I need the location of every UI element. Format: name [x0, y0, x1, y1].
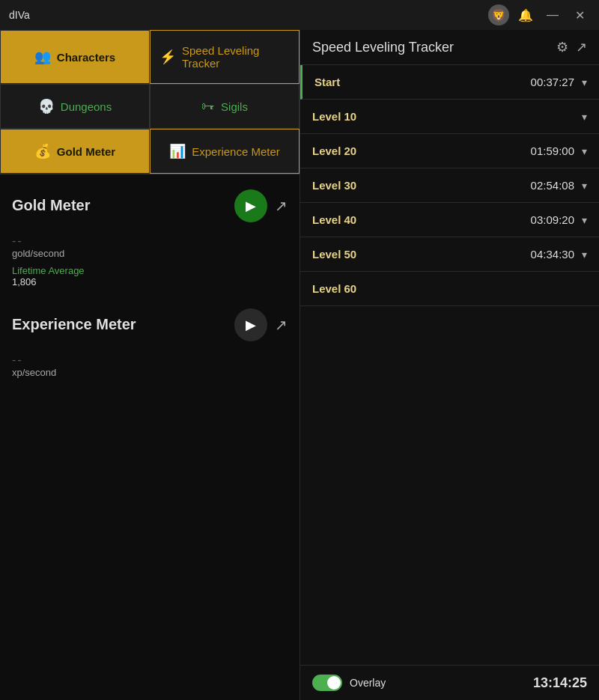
right-actions: ⚙ ↗	[556, 39, 587, 55]
experience-meter-icon: 📊	[169, 143, 186, 159]
tracker-label-level50: Level 50	[312, 248, 356, 261]
gold-lifetime-label: Lifetime Average	[12, 265, 288, 276]
dungeons-icon: 💀	[38, 98, 55, 115]
tracker-label-level40: Level 40	[312, 213, 356, 226]
gold-meter-unit: gold/second	[12, 248, 288, 259]
gold-meter-title: Gold Meter	[12, 197, 90, 214]
tracker-label-start: Start	[314, 76, 340, 88]
chevron-down-icon-level30: ▾	[582, 180, 587, 192]
tracker-row-level50[interactable]: Level 50 04:34:30 ▾	[300, 237, 599, 272]
experience-meter-controls: ▶ ↗	[234, 308, 288, 341]
tracker-row-level40[interactable]: Level 40 03:09:20 ▾	[300, 203, 599, 237]
experience-play-button[interactable]: ▶	[234, 308, 267, 341]
nav-experience-meter-label: Experience Meter	[192, 145, 280, 158]
lion-icon: 🦁	[488, 4, 509, 25]
sigils-icon: 🗝	[201, 99, 215, 115]
nav-characters[interactable]: 👥 Characters	[0, 30, 150, 84]
app-title: dIVa	[9, 9, 30, 21]
characters-icon: 👥	[34, 49, 51, 65]
export-icon-button[interactable]: ↗	[576, 39, 587, 55]
title-bar: dIVa 🦁 🔔 — ✕	[0, 0, 599, 30]
tracker-row-start[interactable]: Start 00:37:27 ▾	[300, 65, 599, 100]
tracker-row-right-level40: 03:09:20 ▾	[531, 213, 587, 226]
nav-speed-leveling-label: Speed Leveling Tracker	[182, 44, 290, 70]
chevron-down-icon-level10: ▾	[582, 111, 587, 123]
tracker-label-level10: Level 10	[312, 110, 356, 123]
tracker-row-right-level10: ▾	[574, 111, 587, 123]
tracker-row-level20[interactable]: Level 20 01:59:00 ▾	[300, 134, 599, 168]
tracker-row-level30[interactable]: Level 30 02:54:08 ▾	[300, 168, 599, 203]
tracker-time-start: 00:37:27	[531, 76, 574, 88]
experience-meter-section: Experience Meter ▶ ↗ -- xp/second	[12, 308, 288, 378]
tracker-row-level60[interactable]: Level 60	[300, 272, 599, 306]
close-button[interactable]: ✕	[569, 4, 590, 25]
chevron-down-icon-level40: ▾	[582, 214, 587, 226]
gold-play-button[interactable]: ▶	[234, 189, 267, 222]
left-panel: 👥 Characters ⚡ Speed Leveling Tracker 💀 …	[0, 30, 300, 700]
gold-meter-section: Gold Meter ▶ ↗ -- gold/second Lifetime A…	[12, 189, 288, 287]
tracker-time-level20: 01:59:00	[531, 144, 574, 157]
gold-lifetime-value: 1,806	[12, 276, 288, 287]
tracker-row-right-start: 00:37:27 ▾	[531, 76, 587, 88]
tracker-time-level30: 02:54:08	[531, 179, 574, 192]
tracker-row-right-level50: 04:34:30 ▾	[531, 248, 587, 261]
minimize-button[interactable]: —	[542, 4, 563, 25]
chevron-down-icon-level50: ▾	[582, 249, 587, 261]
nav-speed-leveling[interactable]: ⚡ Speed Leveling Tracker	[150, 30, 300, 84]
nav-sigils-label: Sigils	[221, 100, 248, 113]
nav-gold-meter-label: Gold Meter	[57, 145, 115, 158]
tracker-row-right-level20: 01:59:00 ▾	[531, 144, 587, 157]
gold-meter-controls: ▶ ↗	[234, 189, 288, 222]
overlay-time: 13:14:25	[533, 675, 587, 691]
tracker-label-level30: Level 30	[312, 179, 356, 192]
chevron-down-icon-start: ▾	[582, 76, 587, 88]
tracker-time-level40: 03:09:20	[531, 213, 574, 226]
gold-meter-icon: 💰	[34, 143, 51, 159]
gold-export-button[interactable]: ↗	[275, 197, 288, 215]
main-layout: 👥 Characters ⚡ Speed Leveling Tracker 💀 …	[0, 30, 599, 700]
tracker-label-level20: Level 20	[312, 144, 356, 157]
overlay-row: Overlay 13:14:25	[300, 665, 599, 700]
speed-leveling-icon: ⚡	[159, 49, 176, 65]
gold-meter-header: Gold Meter ▶ ↗	[12, 189, 288, 230]
tracker-time-level50: 04:34:30	[531, 248, 574, 261]
nav-experience-meter[interactable]: 📊 Experience Meter	[150, 129, 300, 174]
nav-gold-meter[interactable]: 💰 Gold Meter	[0, 129, 150, 174]
nav-grid: 👥 Characters ⚡ Speed Leveling Tracker 💀 …	[0, 30, 300, 174]
nav-sigils[interactable]: 🗝 Sigils	[150, 84, 300, 129]
experience-meter-header: Experience Meter ▶ ↗	[12, 308, 288, 349]
speed-tracker-title: Speed Leveling Tracker	[312, 40, 454, 55]
content-area: Gold Meter ▶ ↗ -- gold/second Lifetime A…	[0, 174, 300, 700]
title-bar-right: 🦁 🔔 — ✕	[488, 4, 590, 25]
settings-icon-button[interactable]: ⚙	[556, 39, 568, 55]
tracker-label-level60: Level 60	[312, 282, 356, 295]
overlay-toggle[interactable]	[312, 675, 342, 691]
gold-meter-value: --	[12, 234, 288, 248]
overlay-label: Overlay	[350, 677, 386, 689]
experience-export-button[interactable]: ↗	[275, 316, 288, 334]
overlay-left: Overlay	[312, 675, 386, 691]
tracker-row-level10[interactable]: Level 10 ▾	[300, 100, 599, 134]
tracker-list: Start 00:37:27 ▾ Level 10 ▾ Level 20 01:…	[300, 65, 599, 665]
experience-meter-title: Experience Meter	[12, 316, 136, 333]
tracker-row-right-level30: 02:54:08 ▾	[531, 179, 587, 192]
experience-meter-value: --	[12, 353, 288, 367]
toggle-knob	[327, 676, 341, 690]
right-header: Speed Leveling Tracker ⚙ ↗	[300, 30, 599, 65]
bell-button[interactable]: 🔔	[515, 4, 536, 25]
nav-dungeons-label: Dungeons	[61, 100, 112, 113]
experience-meter-unit: xp/second	[12, 367, 288, 378]
nav-characters-label: Characters	[57, 51, 115, 64]
title-bar-left: dIVa	[9, 9, 30, 21]
chevron-down-icon-level20: ▾	[582, 145, 587, 157]
nav-dungeons[interactable]: 💀 Dungeons	[0, 84, 150, 129]
right-panel: Speed Leveling Tracker ⚙ ↗ Start 00:37:2…	[300, 30, 599, 700]
